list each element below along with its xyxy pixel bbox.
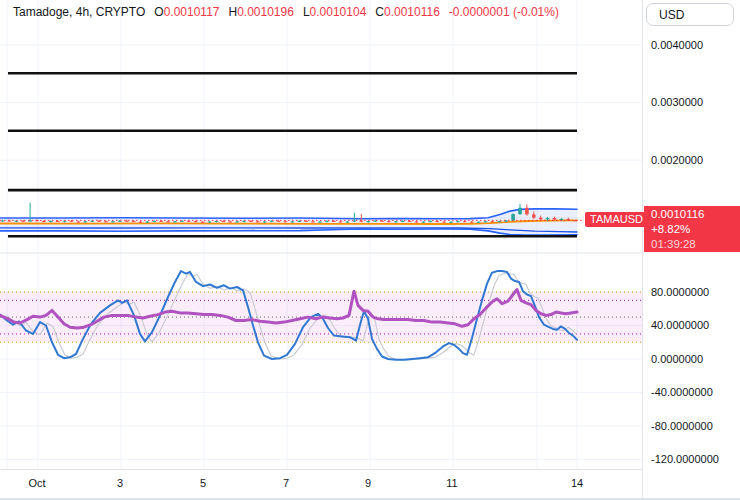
currency-button[interactable]: USD xyxy=(646,3,734,26)
price-tick: 0.0040000 xyxy=(651,39,703,52)
price-tick: 0.0030000 xyxy=(651,96,703,109)
last-price-value: 0.0010116 xyxy=(651,207,740,222)
trading-chart-app: Tamadoge, 4h, CRYPTO O0.0010117 H0.00101… xyxy=(0,0,740,500)
osc-tick: -120.0000000 xyxy=(651,453,719,466)
time-tick: 14 xyxy=(571,477,583,489)
bar-countdown: 01:39:28 xyxy=(651,237,740,252)
osc-tick: 40.0000000 xyxy=(651,319,709,332)
chart-canvas[interactable] xyxy=(0,0,740,500)
time-tick: 11 xyxy=(446,477,457,489)
time-tick: 5 xyxy=(200,477,206,489)
time-axis[interactable] xyxy=(0,470,643,500)
osc-tick: 0.0000000 xyxy=(651,353,703,366)
osc-tick: 80.0000000 xyxy=(651,286,709,299)
osc-tick: -40.0000000 xyxy=(651,386,713,399)
time-tick: 9 xyxy=(365,477,371,489)
last-price-badge: 0.0010116 +8.82% 01:39:28 xyxy=(644,206,740,252)
last-price-change: +8.82% xyxy=(651,222,740,237)
osc-tick: -80.0000000 xyxy=(651,420,713,433)
time-tick: 7 xyxy=(283,477,289,489)
last-price-symbol-label: TAMAUSD xyxy=(585,212,648,227)
time-tick: 3 xyxy=(117,477,123,489)
price-tick: 0.0020000 xyxy=(651,154,703,167)
time-tick: Oct xyxy=(28,477,45,489)
